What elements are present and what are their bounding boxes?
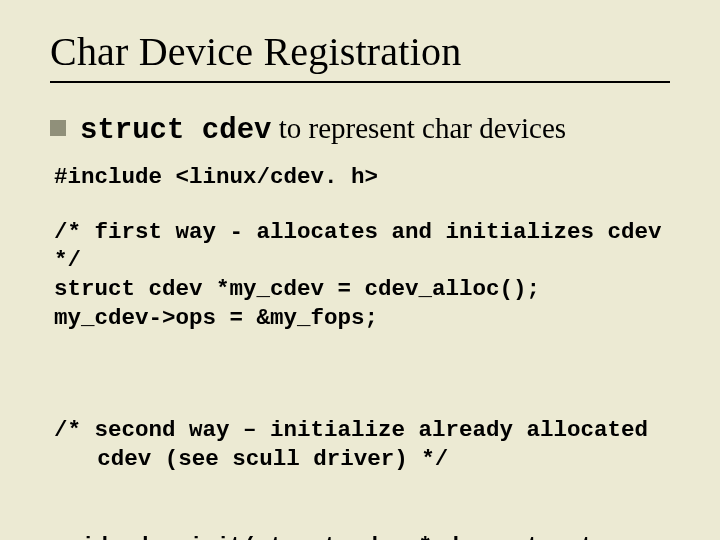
title-underline (50, 81, 670, 83)
code-first-way: /* first way - allocates and initializes… (54, 218, 670, 333)
slide-title: Char Device Registration (50, 28, 670, 75)
code-second-way: /* second way – initialize already alloc… (54, 359, 670, 540)
code-include: #include <linux/cdev. h> (54, 163, 670, 192)
slide: Char Device Registration struct cdev to … (0, 0, 720, 540)
bullet-rest: to represent char devices (271, 112, 566, 144)
bullet-code: struct cdev (80, 114, 271, 147)
bullet-item: struct cdev to represent char devices (50, 111, 670, 149)
code-second-way-comment: /* second way – initialize already alloc… (54, 416, 670, 474)
square-bullet-icon (50, 120, 66, 136)
bullet-text: struct cdev to represent char devices (80, 111, 566, 149)
code-second-way-decl: void cdev_init(struct cdev *cdev, struct… (54, 532, 670, 540)
